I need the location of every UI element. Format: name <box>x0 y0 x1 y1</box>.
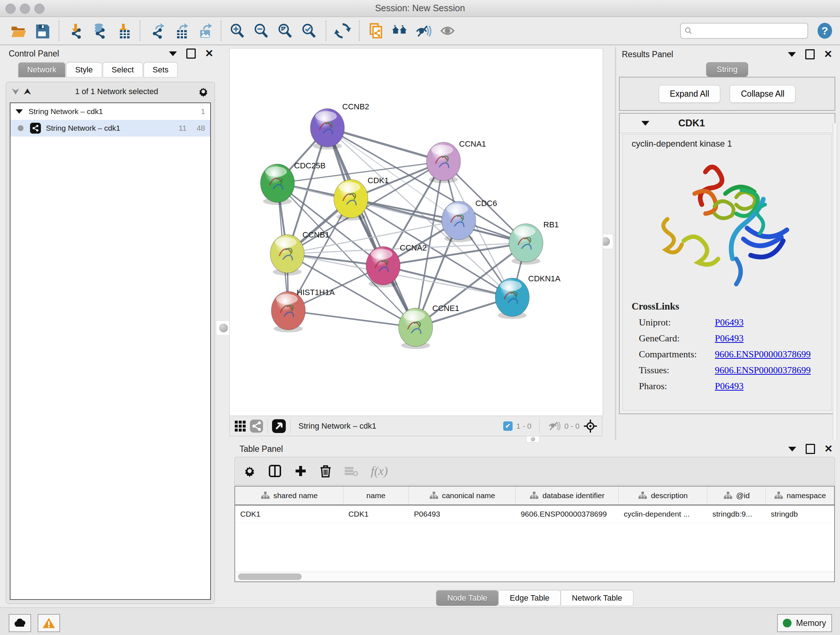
string-home-icon[interactable] <box>390 21 409 40</box>
column-header-namespace[interactable]: namespace <box>766 486 834 505</box>
tab-style[interactable]: Style <box>66 62 102 78</box>
expand-all-networks-icon[interactable]: ⮟ <box>12 87 19 97</box>
crosslink-link[interactable]: P06493 <box>715 333 744 344</box>
node-CDC6[interactable] <box>442 201 476 242</box>
crosslink-link[interactable]: 9606.ENSP00000378699 <box>715 365 811 376</box>
grid-view-icon[interactable] <box>234 420 246 432</box>
node-CCNB2[interactable] <box>310 109 344 149</box>
show-columns-icon[interactable] <box>268 464 282 478</box>
cell-database-identifier[interactable]: 9606.ENSP00000378699 <box>515 505 619 523</box>
search-input[interactable] <box>692 27 804 35</box>
add-column-icon[interactable] <box>294 464 307 478</box>
expand-all-button[interactable]: Expand All <box>659 85 721 103</box>
control-panel-float-icon[interactable] <box>186 49 196 59</box>
tab-select[interactable]: Select <box>103 62 143 78</box>
results-panel-collapse-icon[interactable] <box>788 52 796 57</box>
export-network-icon[interactable] <box>147 21 166 40</box>
export-table-icon[interactable] <box>171 21 190 40</box>
table-hscrollbar[interactable] <box>235 572 834 581</box>
node-RB1[interactable] <box>509 224 543 264</box>
network-options-gear-icon[interactable] <box>198 86 209 97</box>
cloud-status-button[interactable] <box>9 614 31 632</box>
node-CCNA1[interactable] <box>426 142 461 183</box>
column-header-description[interactable]: description <box>619 486 707 505</box>
zoom-out-icon[interactable] <box>252 21 271 40</box>
zoom-fit-icon[interactable] <box>276 21 295 40</box>
left-splitter-handle[interactable] <box>216 320 231 336</box>
crosslink-link[interactable]: P06493 <box>715 317 744 328</box>
column-header-@id[interactable]: @id <box>707 486 766 505</box>
import-network-database-icon[interactable] <box>90 21 109 40</box>
network-view-icon[interactable] <box>250 420 263 432</box>
results-panel-close-icon[interactable]: ✕ <box>824 51 832 58</box>
network-view-toolbar: String Network – cdk1 ✔ 1 - 0 0 - 0 <box>229 416 602 436</box>
clone-network-icon[interactable] <box>366 21 385 40</box>
node-CDC25B[interactable] <box>261 164 294 205</box>
zoom-in-icon[interactable] <box>228 21 247 40</box>
refresh-icon[interactable] <box>333 21 352 40</box>
table-panel-collapse-icon[interactable] <box>788 447 796 451</box>
node-CCNB1[interactable] <box>270 234 304 276</box>
table-panel-close-icon[interactable]: ✕ <box>824 445 833 453</box>
cell-shared-name[interactable]: CDK1 <box>235 505 343 523</box>
tab-edge-table[interactable]: Edge Table <box>499 590 561 606</box>
cell-namespace[interactable]: stringdb <box>766 505 834 523</box>
warning-status-button[interactable] <box>38 614 60 632</box>
export-image-icon[interactable] <box>195 21 214 40</box>
tab-sets[interactable]: Sets <box>144 62 178 78</box>
node-CCNE1[interactable] <box>399 308 433 349</box>
table-row[interactable]: CDK1CDK1P064939606.ENSP00000378699cyclin… <box>235 505 834 523</box>
network-row[interactable]: String Network – cdk1 11 48 <box>11 120 210 136</box>
crosslink-row: GeneCard: P06493 <box>632 333 831 344</box>
control-panel-close-icon[interactable]: ✕ <box>205 50 213 57</box>
tab-network[interactable]: Network <box>18 62 65 78</box>
open-session-icon[interactable] <box>9 21 28 40</box>
collection-expand-icon[interactable] <box>16 109 23 114</box>
birds-eye-view-icon[interactable] <box>272 419 286 433</box>
column-header-shared-name[interactable]: shared name <box>235 486 343 505</box>
crosslink-label: Tissues: <box>632 365 715 376</box>
selected-checkbox-icon[interactable]: ✔ <box>503 421 513 431</box>
cell-name[interactable]: CDK1 <box>343 505 409 523</box>
crosslink-link[interactable]: P06493 <box>715 381 744 392</box>
results-scrollbar[interactable] <box>833 123 837 440</box>
show-all-icon[interactable] <box>438 21 457 40</box>
hide-selected-icon[interactable] <box>414 21 433 40</box>
fit-crosshair-icon[interactable] <box>583 419 598 433</box>
tab-string[interactable]: String <box>706 62 748 77</box>
help-icon[interactable]: ? <box>816 22 834 40</box>
memory-button[interactable]: Memory <box>777 614 832 632</box>
collapse-all-button[interactable]: Collapse All <box>729 85 796 103</box>
tab-network-table[interactable]: Network Table <box>561 590 633 606</box>
collapse-all-networks-icon[interactable]: ⮝ <box>24 87 31 97</box>
node-HIST1H1A[interactable] <box>271 291 305 333</box>
gene-collapse-icon[interactable] <box>641 121 649 126</box>
column-header-canonical-name[interactable]: canonical name <box>409 486 515 505</box>
network-canvas[interactable]: CCNB2CCNA1CDC25BCDK1CDC6RB1CCNB1CCNA2CDK… <box>229 48 603 416</box>
control-panel-collapse-icon[interactable] <box>169 51 177 56</box>
save-session-icon[interactable] <box>33 21 52 40</box>
network-collection-row[interactable]: String Network – cdk1 1 <box>11 103 210 120</box>
table-panel-float-icon[interactable] <box>806 444 815 454</box>
cell-canonical-name[interactable]: P06493 <box>409 505 515 523</box>
protein-structure-image <box>651 150 803 295</box>
delete-column-icon[interactable] <box>319 464 332 478</box>
results-panel-float-icon[interactable] <box>805 49 815 59</box>
cell-@id[interactable]: stringdb:9... <box>707 505 766 523</box>
zoom-selected-icon[interactable] <box>300 21 319 40</box>
selected-counts: 1 - 0 <box>516 422 531 431</box>
column-header-name[interactable]: name <box>343 486 409 505</box>
gene-section: CDK1 cyclin-dependent kinase 1 <box>619 113 835 414</box>
crosslink-link[interactable]: 9606.ENSP00000378699 <box>715 349 811 360</box>
import-table-file-icon[interactable] <box>114 21 133 40</box>
table-settings-gear-icon[interactable] <box>243 465 256 477</box>
table-hscrollbar-thumb[interactable] <box>238 573 302 580</box>
bottom-splitter-handle[interactable] <box>526 436 539 442</box>
node-CDKN1A[interactable] <box>495 278 529 319</box>
network-icon <box>30 123 41 134</box>
column-header-database-identifier[interactable]: database identifier <box>515 486 619 505</box>
cell-description[interactable]: cyclin-dependent ... <box>619 505 707 523</box>
search-box[interactable] <box>680 23 808 39</box>
import-network-file-icon[interactable] <box>66 21 85 40</box>
tab-node-table[interactable]: Node Table <box>436 590 499 606</box>
